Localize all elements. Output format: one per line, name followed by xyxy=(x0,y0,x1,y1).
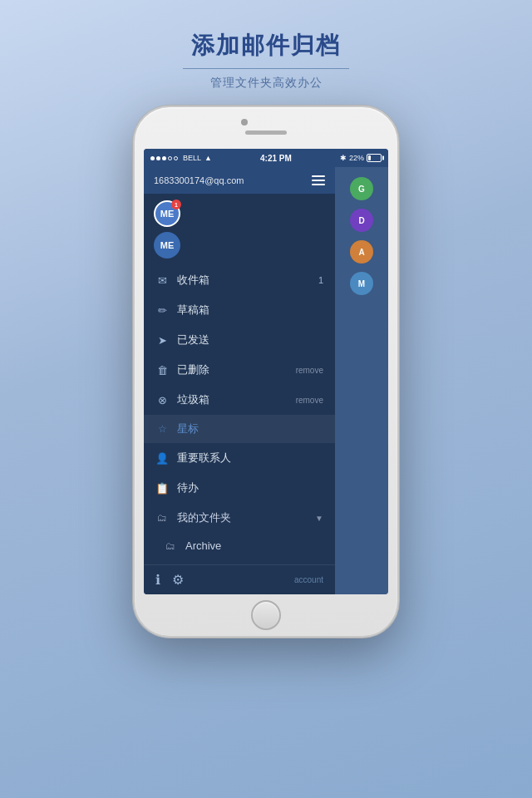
starred-section-header: ☆ 星标 xyxy=(144,415,335,443)
menu-item-todo[interactable]: 📋 待办 xyxy=(144,473,335,503)
deleted-remove: remove xyxy=(296,366,323,375)
wifi-icon: ▲ xyxy=(204,154,212,162)
home-button[interactable] xyxy=(251,600,281,630)
account-label: account xyxy=(294,575,323,584)
avatar-primary[interactable]: ME 1 xyxy=(154,200,180,227)
phone-bottom-bar xyxy=(135,594,397,636)
menu-item-my-folders[interactable]: 🗂 我的文件夹 ▼ xyxy=(144,503,335,533)
menu-item-inbox[interactable]: ✉ 收件箱 1 xyxy=(144,265,335,295)
starred-label: 星标 xyxy=(177,421,199,436)
title-divider xyxy=(183,68,349,69)
sent-icon: ➤ xyxy=(155,334,169,347)
inbox-badge: 1 xyxy=(318,275,323,285)
inbox-label: 收件箱 xyxy=(177,273,318,288)
archive-folder-icon: 🗂 xyxy=(164,540,177,552)
signal-dot-3 xyxy=(162,156,166,160)
front-camera xyxy=(241,119,248,126)
settings-icon[interactable]: ⚙ xyxy=(172,572,184,588)
menu-list[interactable]: ✉ 收件箱 1 ✏ 草稿箱 ➤ 已发送 xyxy=(144,265,335,564)
archive-folder-label: Archive xyxy=(185,539,221,552)
todo-icon: 📋 xyxy=(155,482,169,495)
deleted-icon: 🗑 xyxy=(155,364,169,377)
star-icon: ☆ xyxy=(155,423,169,435)
menu-item-recruitment[interactable]: 🗂 招聘邮件 xyxy=(144,559,335,564)
signal-dot-5 xyxy=(174,156,178,160)
drafts-icon: ✏ xyxy=(155,304,169,317)
contacts-icon: 👤 xyxy=(155,452,169,465)
avatar-primary-label: ME xyxy=(160,209,175,219)
sent-label: 已发送 xyxy=(177,332,323,347)
status-left: BELL ▲ xyxy=(150,154,212,162)
hamburger-line-1 xyxy=(312,175,325,177)
account-email: 1683300174@qq.com xyxy=(154,175,244,185)
folder-parent-label: 我的文件夹 xyxy=(177,510,315,525)
battery-icon xyxy=(367,154,382,162)
volume-up-button xyxy=(133,207,135,227)
menu-item-contacts[interactable]: 👤 重要联系人 xyxy=(144,443,335,473)
trash-remove: remove xyxy=(296,396,323,405)
menu-item-drafts[interactable]: ✏ 草稿箱 xyxy=(144,295,335,325)
contacts-label: 重要联系人 xyxy=(177,451,323,466)
status-bar: BELL ▲ 4:21 PM ✱ 22% xyxy=(144,149,388,167)
status-time: 4:21 PM xyxy=(260,154,292,163)
volume-down-button xyxy=(133,236,135,256)
battery-fill xyxy=(368,155,371,160)
sidebar: 1683300174@qq.com ME 1 ME xyxy=(144,167,335,594)
avatar-badge: 1 xyxy=(171,200,181,209)
account-avatars: ME 1 ME xyxy=(144,194,335,265)
bluetooth-icon: ✱ xyxy=(340,154,347,162)
battery-percent: 22% xyxy=(349,154,364,162)
chevron-down-icon: ▼ xyxy=(315,514,323,523)
hamburger-button[interactable] xyxy=(312,175,325,185)
signal-dot-2 xyxy=(156,156,160,160)
top-area: 添加邮件归档 管理文件夹高效办公 xyxy=(183,30,349,91)
avatar-secondary[interactable]: ME xyxy=(154,232,180,259)
hamburger-line-2 xyxy=(312,180,325,181)
speaker xyxy=(245,131,287,135)
menu-item-sent[interactable]: ➤ 已发送 xyxy=(144,325,335,355)
right-avatar-g: G xyxy=(350,177,373,200)
power-button xyxy=(397,219,399,253)
trash-label: 垃圾箱 xyxy=(177,392,296,407)
phone-screen: BELL ▲ 4:21 PM ✱ 22% 1683300174@qq.com xyxy=(144,149,388,594)
right-avatar-a: A xyxy=(350,240,373,264)
right-avatar-m: M xyxy=(350,272,373,295)
screen-content: 1683300174@qq.com ME 1 ME xyxy=(144,167,388,594)
page-subtitle: 管理文件夹高效办公 xyxy=(183,76,349,91)
trash-icon: ⊗ xyxy=(155,394,169,406)
todo-label: 待办 xyxy=(177,480,323,495)
menu-item-deleted[interactable]: 🗑 已删除 remove xyxy=(144,355,335,385)
sidebar-header: 1683300174@qq.com xyxy=(144,167,335,194)
drafts-label: 草稿箱 xyxy=(177,303,323,318)
page-title: 添加邮件归档 xyxy=(183,30,349,62)
folder-parent-icon: 🗂 xyxy=(155,512,169,524)
phone-frame: BELL ▲ 4:21 PM ✱ 22% 1683300174@qq.com xyxy=(133,106,399,638)
info-icon[interactable]: ℹ xyxy=(155,572,160,588)
inbox-icon: ✉ xyxy=(155,274,169,287)
phone-top-bar xyxy=(135,107,397,149)
hamburger-line-3 xyxy=(312,184,325,185)
status-right: ✱ 22% xyxy=(340,154,382,162)
menu-item-trash[interactable]: ⊗ 垃圾箱 remove xyxy=(144,385,335,415)
signal-dot-1 xyxy=(150,156,155,160)
sidebar-bottom: ℹ ⚙ account xyxy=(144,564,335,594)
signal-dot-4 xyxy=(168,156,172,160)
right-avatar-d: D xyxy=(350,209,373,232)
right-panel: G D A M xyxy=(335,167,388,594)
carrier-label: BELL xyxy=(183,154,201,162)
menu-item-archive[interactable]: 🗂 Archive xyxy=(144,533,335,559)
deleted-label: 已删除 xyxy=(177,362,296,377)
avatar-secondary-label: ME xyxy=(160,240,175,250)
